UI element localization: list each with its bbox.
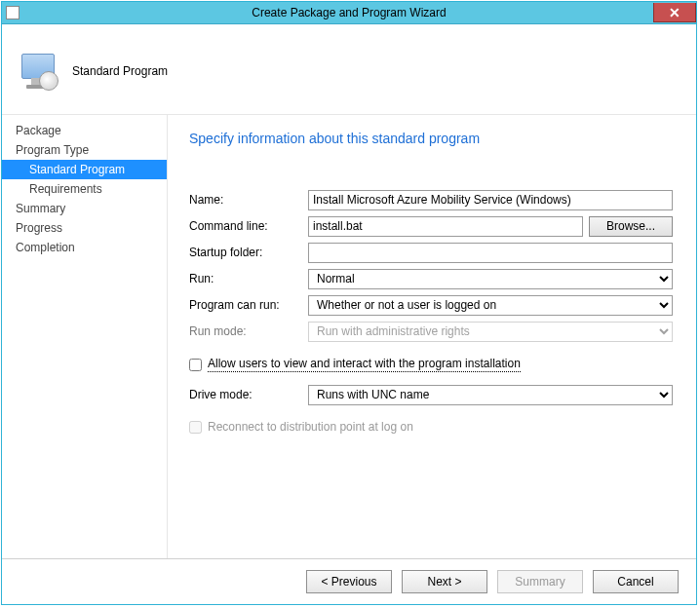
allow-interact-row[interactable]: Allow users to view and interact with th… bbox=[189, 357, 673, 372]
reconnect-row: Reconnect to distribution point at log o… bbox=[189, 420, 673, 434]
label-allow-interact: Allow users to view and interact with th… bbox=[208, 357, 521, 372]
sidebar: Package Program Type Standard Program Re… bbox=[2, 114, 168, 558]
previous-button[interactable]: < Previous bbox=[306, 570, 392, 593]
label-name: Name: bbox=[189, 193, 308, 207]
label-reconnect: Reconnect to distribution point at log o… bbox=[208, 420, 413, 434]
page-title: Standard Program bbox=[72, 64, 168, 78]
window-title: Create Package and Program Wizard bbox=[2, 6, 696, 19]
sidebar-item-requirements[interactable]: Requirements bbox=[2, 179, 167, 199]
program-icon bbox=[19, 52, 58, 91]
run-select[interactable]: Normal bbox=[308, 269, 673, 289]
titlebar: Create Package and Program Wizard ✕ bbox=[2, 2, 696, 24]
header: Standard Program bbox=[2, 24, 696, 114]
run-mode-select: Run with administrative rights bbox=[308, 322, 673, 342]
label-startup-folder: Startup folder: bbox=[189, 246, 308, 259]
program-can-run-select[interactable]: Whether or not a user is logged on bbox=[308, 295, 673, 316]
next-button[interactable]: Next > bbox=[402, 570, 487, 593]
reconnect-checkbox bbox=[189, 421, 202, 434]
wizard-window: Create Package and Program Wizard ✕ Stan… bbox=[1, 1, 697, 605]
body: Package Program Type Standard Program Re… bbox=[2, 114, 696, 558]
label-program-can-run: Program can run: bbox=[189, 298, 308, 312]
label-run-mode: Run mode: bbox=[189, 324, 308, 338]
label-drive-mode: Drive mode: bbox=[189, 388, 308, 401]
footer: < Previous Next > Summary Cancel bbox=[2, 558, 696, 604]
label-command-line: Command line: bbox=[189, 219, 308, 233]
close-icon: ✕ bbox=[669, 5, 681, 20]
drive-mode-select[interactable]: Runs with UNC name bbox=[308, 385, 673, 405]
cancel-button[interactable]: Cancel bbox=[593, 570, 679, 593]
sidebar-item-package[interactable]: Package bbox=[2, 121, 167, 140]
sidebar-item-completion[interactable]: Completion bbox=[2, 238, 167, 257]
label-run: Run: bbox=[189, 272, 308, 285]
allow-interact-checkbox[interactable] bbox=[189, 359, 202, 371]
name-input[interactable] bbox=[308, 190, 673, 210]
sidebar-item-standard-program[interactable]: Standard Program bbox=[2, 160, 167, 179]
startup-folder-input[interactable] bbox=[308, 243, 673, 263]
close-button[interactable]: ✕ bbox=[653, 3, 696, 22]
sidebar-item-program-type[interactable]: Program Type bbox=[2, 140, 167, 160]
browse-button[interactable]: Browse... bbox=[589, 216, 673, 237]
sidebar-item-progress[interactable]: Progress bbox=[2, 218, 167, 238]
sidebar-item-summary[interactable]: Summary bbox=[2, 199, 167, 218]
content-heading: Specify information about this standard … bbox=[189, 131, 673, 146]
command-line-input[interactable] bbox=[308, 216, 583, 237]
system-icon bbox=[6, 6, 19, 19]
summary-button: Summary bbox=[497, 570, 583, 593]
content: Specify information about this standard … bbox=[168, 114, 696, 558]
